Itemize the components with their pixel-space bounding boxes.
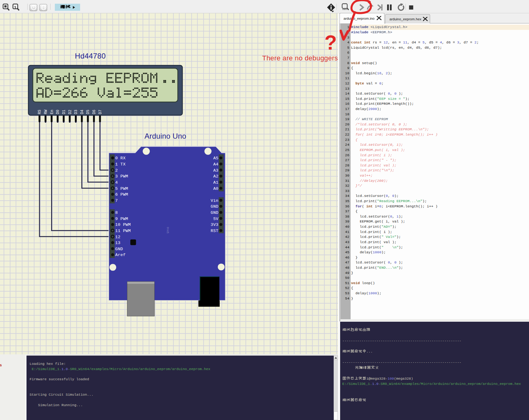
svg-text:A0: A0	[213, 186, 218, 191]
svg-text:D1: D1	[62, 110, 66, 114]
svg-text:4: 4	[115, 180, 118, 185]
svg-text:13: 13	[115, 241, 120, 245]
svg-text:D0: D0	[56, 110, 60, 114]
svg-text:RS: RS	[38, 110, 42, 114]
svg-text:Uno: Uno	[166, 226, 170, 233]
svg-text:5 PWM: 5 PWM	[115, 186, 128, 191]
svg-text:GND: GND	[211, 204, 218, 209]
svg-text:0 RX: 0 RX	[115, 156, 126, 161]
svg-text:10 PWM: 10 PWM	[115, 222, 131, 227]
svg-text:7: 7	[115, 198, 118, 203]
svg-text:3 PWM: 3 PWM	[115, 174, 128, 179]
svg-text:3V3: 3V3	[211, 222, 218, 227]
svg-text:11 PWM: 11 PWM	[115, 229, 131, 233]
svg-text:A3: A3	[213, 168, 218, 173]
svg-text:Arduino Uno: Arduino Uno	[144, 132, 186, 140]
svg-text:12: 12	[115, 235, 120, 239]
svg-text:6 PWM: 6 PWM	[115, 192, 128, 197]
svg-text:GND: GND	[211, 210, 218, 215]
svg-text:D2: D2	[68, 110, 72, 114]
svg-text:1 TX: 1 TX	[115, 162, 126, 167]
svg-text:Hd44780: Hd44780	[75, 52, 106, 60]
svg-text:9 PWM: 9 PWM	[115, 217, 128, 221]
svg-text:A1: A1	[213, 180, 218, 185]
svg-text:A4: A4	[213, 162, 218, 167]
svg-text:RW: RW	[44, 109, 48, 114]
svg-text:2: 2	[115, 168, 118, 173]
svg-text:Aref: Aref	[115, 253, 126, 257]
svg-text:D6: D6	[92, 110, 96, 114]
svg-text:D3: D3	[74, 110, 78, 114]
svg-text:D4: D4	[80, 110, 84, 114]
svg-text:D5: D5	[86, 110, 90, 114]
svg-text:8: 8	[115, 210, 118, 215]
svg-text:En: En	[50, 110, 54, 114]
svg-text:A2: A2	[213, 174, 218, 179]
svg-text:D7: D7	[98, 110, 103, 114]
svg-text:Vin: Vin	[211, 198, 218, 203]
svg-text:5V: 5V	[213, 217, 218, 221]
svg-text:A5: A5	[213, 156, 218, 161]
svg-text:RST: RST	[211, 229, 218, 233]
svg-text:GND: GND	[115, 247, 123, 251]
